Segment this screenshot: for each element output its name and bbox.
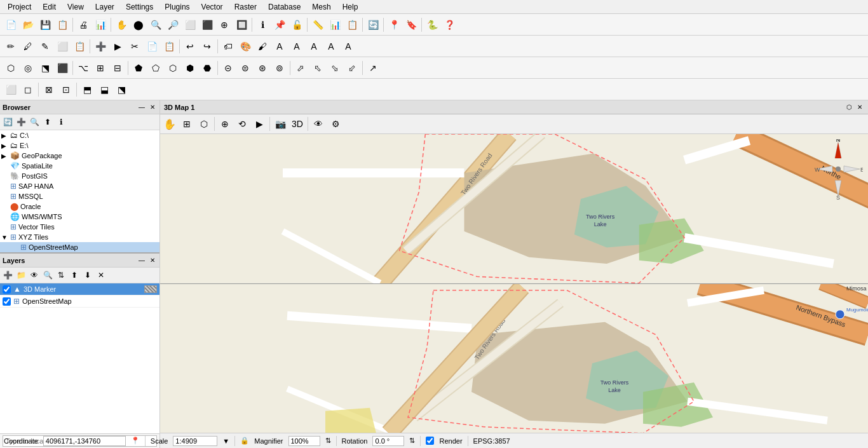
coordinate-input[interactable] <box>43 436 126 446</box>
deselect-btn[interactable]: 🔓 <box>288 17 305 33</box>
epsg-label[interactable]: EPSG:3857 <box>473 437 510 445</box>
browser-tree-item-c[interactable]: ▶🗂C:\ <box>0 130 159 140</box>
label7-btn[interactable]: A <box>323 38 339 55</box>
layer-item-openstreetmap[interactable]: ⊞OpenStreetMap <box>0 295 159 308</box>
adv17-btn[interactable]: ⬀ <box>292 60 309 76</box>
adv3-btn[interactable]: ⬔ <box>37 60 53 76</box>
browser-properties-btn[interactable]: ℹ <box>55 116 67 128</box>
gps-icon[interactable]: 📍 <box>131 437 140 445</box>
stats-btn[interactable]: 📊 <box>327 17 343 33</box>
layers-close-btn[interactable]: ✕ <box>148 257 157 264</box>
paste-btn[interactable]: 📋 <box>161 38 177 55</box>
tree-arrow-e[interactable]: ▶ <box>1 142 10 149</box>
snap1-btn[interactable]: ⬜ <box>3 81 19 98</box>
browser-tree-item-openstreetmap[interactable]: ⊞OpenStreetMap <box>0 242 159 252</box>
menu-edit[interactable]: Edit <box>37 1 61 13</box>
map-pane-bottom[interactable]: Northern Bypass Mimosa Ridge Two Rivers … <box>160 284 868 433</box>
map-tilt-btn[interactable]: ⊞ <box>179 116 195 132</box>
adv13-btn[interactable]: ⊝ <box>220 60 236 76</box>
layers-remove-btn[interactable]: ✕ <box>95 269 107 282</box>
cut-btn[interactable]: ✂ <box>126 38 143 55</box>
spatial-bookmark-btn[interactable]: 🔖 <box>403 17 419 33</box>
menu-plugins[interactable]: Plugins <box>159 1 194 13</box>
rotation-spinner[interactable]: ⇅ <box>409 437 415 445</box>
magnifier-spinner[interactable]: ⇅ <box>325 437 331 445</box>
browser-tree-item-wmswmts[interactable]: 🌐WMS/WMTS <box>0 212 159 222</box>
coord-capture-btn[interactable]: 📍 <box>386 17 402 33</box>
browser-tree-item-oracle[interactable]: ⬤Oracle <box>0 201 159 212</box>
map-close-btn[interactable]: ✕ <box>855 104 864 111</box>
label8-btn[interactable]: A <box>340 38 356 55</box>
python-btn[interactable]: 🐍 <box>424 17 440 33</box>
label5-btn[interactable]: A <box>288 38 305 55</box>
browser-tree-item-spatialite[interactable]: 💎SpatiaLite <box>0 161 159 171</box>
menu-help[interactable]: Help <box>337 1 363 13</box>
snap4-btn[interactable]: ⊡ <box>58 81 74 98</box>
adv11-btn[interactable]: ⬢ <box>182 60 198 76</box>
layer-checkbox-marker3d[interactable] <box>3 285 11 294</box>
browser-minimize-btn[interactable]: — <box>137 104 147 111</box>
zoom-selection-btn[interactable]: 🔲 <box>233 17 250 33</box>
adv16-btn[interactable]: ⊚ <box>271 60 288 76</box>
adv12-btn[interactable]: ⬣ <box>199 60 215 76</box>
tree-arrow-geopkg[interactable]: ▶ <box>1 153 10 160</box>
adv8-btn[interactable]: ⬟ <box>130 60 147 76</box>
label2-btn[interactable]: 🎨 <box>237 38 254 55</box>
snap3-btn[interactable]: ⊠ <box>41 81 57 98</box>
attr-table-btn[interactable]: 📋 <box>71 38 88 55</box>
zoom-out-btn[interactable]: 🔎 <box>165 17 181 33</box>
label-btn[interactable]: 🏷 <box>220 38 236 55</box>
browser-tree-item-saphana[interactable]: ⊞SAP HANA <box>0 181 159 191</box>
scale-dropdown-btn[interactable]: ▼ <box>222 437 229 445</box>
label4-btn[interactable]: A <box>271 38 288 55</box>
label3-btn[interactable]: 🖌 <box>254 38 271 55</box>
browser-refresh-btn[interactable]: 🔄 <box>1 116 14 128</box>
browser-tree-item-postgis[interactable]: 🐘PostGIS <box>0 171 159 181</box>
adv6-btn[interactable]: ⊞ <box>92 60 109 76</box>
map-settings-btn[interactable]: 👁 <box>310 116 327 132</box>
help-btn[interactable]: ❓ <box>441 17 458 33</box>
browser-tree-item-mssql[interactable]: ⊞MSSQL <box>0 191 159 201</box>
open-table-btn[interactable]: 📋 <box>344 17 360 33</box>
adv14-btn[interactable]: ⊜ <box>237 60 254 76</box>
snap2-btn[interactable]: ◻ <box>20 81 36 98</box>
layers-addgroup-btn[interactable]: 📁 <box>15 269 27 282</box>
snap5-btn[interactable]: ⬒ <box>79 81 95 98</box>
zoom-layer-btn[interactable]: ⬛ <box>199 17 215 33</box>
layers-sort-btn[interactable]: ⇅ <box>55 269 67 282</box>
refresh-btn[interactable]: 🔄 <box>365 17 381 33</box>
zoom-full-btn[interactable]: ⊕ <box>216 17 233 33</box>
layer-item-marker3d[interactable]: ▲3D Marker <box>0 283 159 295</box>
add-feature2-btn[interactable]: ▶ <box>109 38 126 55</box>
pan-map-btn[interactable]: ⬤ <box>130 17 147 33</box>
browser-add-btn[interactable]: ➕ <box>15 116 27 128</box>
adv4-btn[interactable]: ⬛ <box>54 60 71 76</box>
browser-tree-item-geopkg[interactable]: ▶📦GeoPackage <box>0 151 159 161</box>
zoom-rubber-btn[interactable]: ⬜ <box>182 17 198 33</box>
map-pane-top[interactable]: Northe Two Rivers Lake Two Rivers Road <box>160 134 868 284</box>
map-orbit-btn[interactable]: ⬡ <box>196 116 212 132</box>
edit-btn[interactable]: 🖊 <box>20 38 36 55</box>
adv1-btn[interactable]: ⬡ <box>3 60 19 76</box>
adv15-btn[interactable]: ⊛ <box>254 60 271 76</box>
menu-database[interactable]: Database <box>263 1 306 13</box>
digitize-btn[interactable]: ✏ <box>3 38 19 55</box>
browser-filter-btn[interactable]: 🔍 <box>28 116 41 128</box>
menu-project[interactable]: Project <box>3 1 36 13</box>
map-animate-btn[interactable]: ▶ <box>251 116 268 132</box>
adv9-btn[interactable]: ⬠ <box>147 60 164 76</box>
menu-raster[interactable]: Raster <box>229 1 262 13</box>
identify-btn[interactable]: ℹ <box>254 17 271 33</box>
open-project-btn[interactable]: 📂 <box>20 17 36 33</box>
tree-arrow-xyztiles[interactable]: ▼ <box>1 234 10 241</box>
browser-tree-item-xyztiles[interactable]: ▼⊞XYZ Tiles <box>0 232 159 242</box>
menu-settings[interactable]: Settings <box>121 1 158 13</box>
save-project-btn[interactable]: 💾 <box>37 17 53 33</box>
copy-btn[interactable]: 📄 <box>144 38 160 55</box>
snap7-btn[interactable]: ⬔ <box>113 81 130 98</box>
edits-btn[interactable]: ✎ <box>37 38 53 55</box>
compose-btn[interactable]: 📊 <box>92 17 109 33</box>
layers-down-btn[interactable]: ⬇ <box>81 269 94 282</box>
adv20-btn[interactable]: ⬃ <box>344 60 360 76</box>
map-options-btn[interactable]: ⚙ <box>327 116 344 132</box>
